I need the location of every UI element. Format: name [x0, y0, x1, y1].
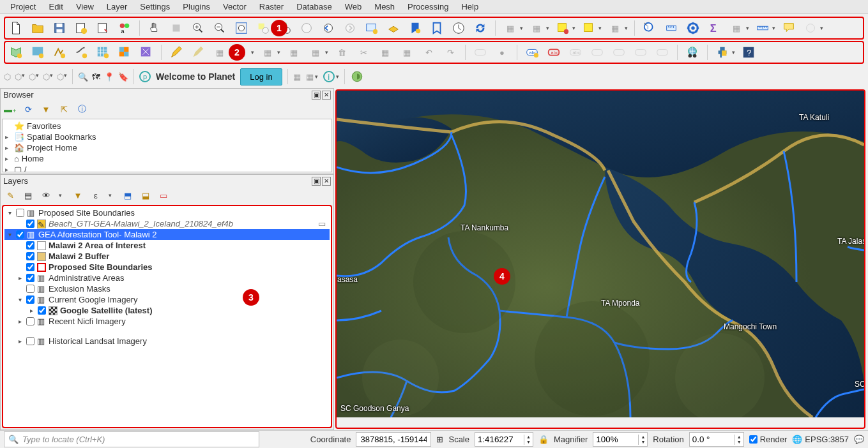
- report[interactable]: ▦: [293, 72, 301, 82]
- python-console[interactable]: [714, 44, 731, 61]
- loc-search[interactable]: 🔍: [78, 72, 88, 82]
- zoom-selection[interactable]: [255, 20, 271, 36]
- copy[interactable]: ▦: [377, 44, 393, 61]
- measure[interactable]: [663, 20, 680, 36]
- collapse-all-icon[interactable]: ⬓: [140, 190, 151, 201]
- save-edits[interactable]: [190, 44, 206, 61]
- remove-icon[interactable]: ▭: [158, 190, 169, 201]
- redo[interactable]: ↷: [442, 44, 459, 61]
- menu-edit[interactable]: Edit: [42, 1, 69, 13]
- menu-processing[interactable]: Processing: [401, 1, 455, 13]
- layers-close-icon[interactable]: ✕: [322, 177, 331, 186]
- menu-mesh[interactable]: Mesh: [368, 1, 401, 13]
- planet-login-button[interactable]: Log in: [240, 68, 282, 86]
- snap-2[interactable]: ⬡: [15, 72, 22, 82]
- new-3d-view[interactable]: [385, 20, 402, 36]
- annotation[interactable]: [802, 20, 819, 36]
- report2[interactable]: ▦: [306, 72, 314, 82]
- snap-3[interactable]: ⬡: [29, 72, 36, 82]
- label-tool-1[interactable]: [472, 44, 489, 61]
- filter-icon[interactable]: ▼: [40, 103, 52, 115]
- measure-line[interactable]: [754, 20, 771, 36]
- layout-manager[interactable]: [95, 20, 111, 36]
- identify[interactable]: i: [641, 20, 658, 36]
- label-toolbar-d[interactable]: [589, 44, 605, 61]
- rot-input[interactable]: ▲▼: [689, 432, 744, 447]
- menu-layer[interactable]: Layer: [100, 1, 134, 13]
- save-project[interactable]: [51, 20, 68, 36]
- toolbox[interactable]: [685, 20, 701, 36]
- layer-row[interactable]: ▸▥Administrative Areas: [4, 273, 330, 283]
- select-features[interactable]: [554, 20, 571, 36]
- layer-row[interactable]: Malawi 2 Buffer: [4, 251, 330, 262]
- style-icon[interactable]: ✎: [4, 190, 16, 201]
- browser-item[interactable]: ▸🏠Project Home: [4, 142, 330, 153]
- add-vector-layer[interactable]: [51, 44, 68, 61]
- add-grid[interactable]: [116, 44, 133, 61]
- menu-help[interactable]: Help: [455, 1, 485, 13]
- layer-row[interactable]: ▥Exclusion Masks: [4, 283, 330, 294]
- locator-input[interactable]: 🔍 Type to locate (Ctrl+K): [4, 431, 259, 447]
- zoom-native[interactable]: [298, 20, 315, 36]
- new-project[interactable]: [8, 20, 24, 36]
- label-toolbar-a[interactable]: abc: [524, 44, 540, 61]
- layer-row[interactable]: ▾▥GEA Aforestation Tool- Malawi 2: [4, 229, 330, 240]
- properties-icon[interactable]: ⓘ: [76, 103, 88, 115]
- theme-icon[interactable]: ▤: [22, 190, 34, 201]
- map-canvas[interactable]: [337, 91, 864, 417]
- loc-bookmark[interactable]: 🔖: [118, 72, 128, 82]
- mag-input[interactable]: ▲▼: [593, 432, 648, 447]
- filter-legend-icon[interactable]: ▼: [72, 190, 84, 201]
- layer-row[interactable]: ✎Beach_GTI-GEA-Malawi_2_Iceland_210824_e…: [4, 218, 330, 229]
- menu-vector[interactable]: Vector: [217, 1, 253, 13]
- label-toolbar-g[interactable]: [654, 44, 671, 61]
- lock-icon[interactable]: 🔒: [538, 435, 549, 444]
- delete[interactable]: 🗑: [333, 44, 350, 61]
- expand-icon[interactable]: ⬒: [122, 190, 133, 201]
- edit-tool-3[interactable]: ▦: [211, 44, 228, 61]
- menu-settings[interactable]: Settings: [133, 1, 176, 13]
- add-mesh[interactable]: [95, 44, 111, 61]
- zoom-last[interactable]: [320, 20, 337, 36]
- statistics[interactable]: Σ: [706, 20, 723, 36]
- render-check[interactable]: Render: [749, 435, 788, 444]
- paste[interactable]: ▦: [399, 44, 415, 61]
- layer-row[interactable]: ▸▥Historical Landsat Imagery: [4, 336, 330, 347]
- node-tool[interactable]: ▦: [307, 44, 324, 61]
- add-virtual[interactable]: [138, 44, 155, 61]
- coord-input[interactable]: [356, 432, 431, 447]
- menu-plugins[interactable]: Plugins: [176, 1, 217, 13]
- label-toolbar-c[interactable]: abc: [567, 44, 584, 61]
- layer-row[interactable]: ▸Google Satellite (latest): [4, 305, 330, 316]
- zoom-full[interactable]: [233, 20, 250, 36]
- layers-tree[interactable]: 3 ▾▥Proposed Site Boundaries✎Beach_GTI-G…: [2, 205, 332, 428]
- show-bookmarks[interactable]: [429, 20, 445, 36]
- field-calc[interactable]: ▦: [728, 20, 745, 36]
- zoom-next[interactable]: [342, 20, 358, 36]
- eye-icon[interactable]: 👁: [40, 190, 52, 201]
- undo[interactable]: ↶: [420, 44, 437, 61]
- label-tool-2[interactable]: ●: [494, 44, 510, 61]
- loc-map[interactable]: 🗺: [92, 72, 100, 82]
- browser-close-icon[interactable]: ✕: [322, 91, 331, 100]
- layer-row[interactable]: Proposed Site Boundaries: [4, 262, 330, 273]
- add-vector[interactable]: [8, 44, 24, 61]
- info-btn[interactable]: i: [323, 71, 335, 82]
- copy-features[interactable]: ▦: [528, 20, 545, 36]
- browser-item[interactable]: ▸▢/: [4, 164, 330, 172]
- temporal-controller[interactable]: [450, 20, 467, 36]
- add-raster[interactable]: [29, 44, 46, 61]
- deselect-all[interactable]: ▦: [607, 20, 623, 36]
- menu-web[interactable]: Web: [339, 1, 369, 13]
- browser-item[interactable]: ▸⌂Home: [4, 153, 330, 164]
- browser-item[interactable]: ▸📑Spatial Bookmarks: [4, 131, 330, 142]
- scale-input[interactable]: ▲▼: [475, 432, 533, 447]
- collapse-icon[interactable]: ⇱: [58, 103, 70, 115]
- add-delimited[interactable]: [73, 44, 89, 61]
- open-project[interactable]: [29, 20, 46, 36]
- snap-5[interactable]: ⬡: [57, 72, 64, 82]
- layer-row[interactable]: ▾▥Current Google Imagery: [4, 294, 330, 305]
- snap-1[interactable]: ⬡: [4, 72, 11, 82]
- refresh[interactable]: [472, 20, 489, 36]
- label-toolbar-b[interactable]: abc: [545, 44, 562, 61]
